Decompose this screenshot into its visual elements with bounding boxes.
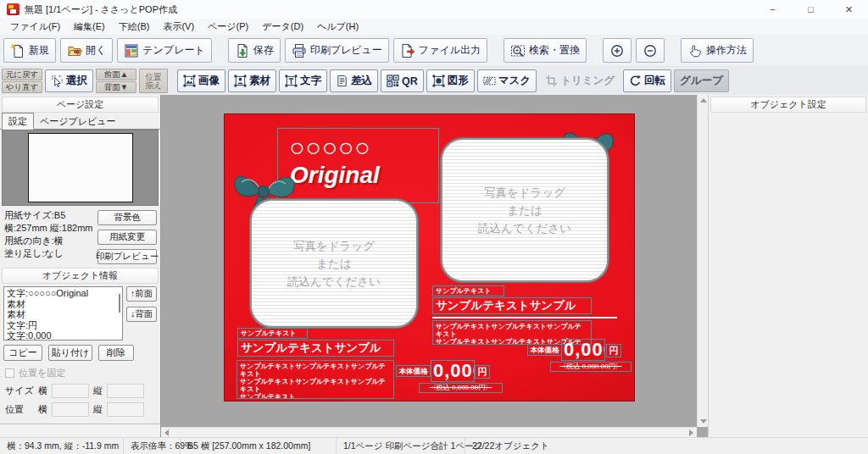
paper-bleed-text: 塗り足し:なし — [4, 247, 97, 260]
photo-placeholder-line: 写真をドラッグ — [484, 184, 565, 202]
paper-size-text: 用紙サイズ:B5 — [4, 209, 97, 222]
sample-label-right[interactable]: サンプルテキスト — [432, 285, 504, 296]
undo-redo-group: 元に戻す やり直す — [2, 69, 42, 93]
zoom-out-button[interactable] — [636, 38, 665, 63]
save-button[interactable]: 保存 — [228, 38, 281, 63]
object-list-item[interactable]: 素材 — [7, 309, 120, 320]
scroll-down-arrow[interactable] — [700, 419, 707, 424]
price-label-right[interactable]: 本体価格 — [527, 344, 562, 356]
window-title: 無題 [1/1ページ] - ささっとPOP作成 — [25, 3, 177, 16]
image-button[interactable]: 画像 — [177, 69, 225, 92]
photo-placeholder-line: 写真をドラッグ — [293, 237, 375, 255]
paper-dims-text: 横:257mm 縦:182mm — [4, 222, 97, 235]
redo-button[interactable]: やり直す — [2, 81, 42, 93]
maximize-button[interactable]: □ — [792, 0, 830, 19]
how-to-label: 操作方法 — [706, 43, 747, 58]
page-settings-tabs: 設定 ページプレビュー — [0, 114, 160, 130]
object-settings-header: オブジェクト設定 — [710, 97, 866, 113]
object-list-scrollbar[interactable] — [119, 294, 120, 313]
undo-button[interactable]: 元に戻す — [2, 69, 42, 80]
template-icon — [124, 43, 139, 58]
sample-label-left[interactable]: サンプルテキスト — [237, 328, 308, 339]
new-button[interactable]: 新規 — [3, 38, 56, 63]
menu-edit[interactable]: 編集(E) — [67, 19, 112, 35]
send-back-button[interactable]: 背面▼ — [96, 81, 136, 93]
shape-button[interactable]: 図形 — [426, 69, 475, 92]
object-list[interactable]: 文字:○○○○○Original 素材 素材 文字:円 文字:0,000 — [3, 286, 123, 340]
print-preview-label: 印刷プレビュー — [310, 43, 382, 58]
file-output-button[interactable]: ファイル出力 — [393, 38, 487, 63]
bg-color-button[interactable]: 背景色 — [97, 210, 157, 225]
text-button[interactable]: 文字 — [279, 69, 327, 92]
sample-paragraph-left[interactable]: サンプルテキストサンプルテキストサンプルテキスト サンプルテキストサンプルテキス… — [236, 360, 394, 399]
tax-note-right[interactable]: 〈税込 0,000.00円〉 — [550, 362, 632, 372]
tax-note-left[interactable]: 〈税込 0,000.00円〉 — [419, 383, 503, 393]
paper-orientation-text: 用紙の向き:横 — [4, 235, 97, 247]
menu-draft[interactable]: 下絵(B) — [112, 19, 157, 35]
menu-file[interactable]: ファイル(F) — [3, 19, 67, 35]
vertical-scrollbar[interactable] — [697, 95, 708, 427]
object-list-item[interactable]: 文字:○○○○○Original — [7, 288, 120, 299]
menu-help[interactable]: ヘルプ(H) — [310, 19, 365, 35]
rotate-button[interactable]: 回転 — [623, 69, 671, 92]
delete-button[interactable]: 削除 — [98, 345, 134, 361]
size-label: サイズ — [5, 385, 34, 397]
to-back-button[interactable]: ↓背面 — [126, 307, 157, 322]
to-front-button[interactable]: ↑前面 — [126, 286, 157, 302]
tab-page-preview[interactable]: ページプレビュー — [34, 114, 122, 129]
save-label: 保存 — [253, 43, 274, 58]
how-to-button[interactable]: 操作方法 — [681, 38, 754, 63]
edit-toolbar: 元に戻す やり直す 選択 前面▲ 背面▼ 位置 揃え 画像 素材 文字 — [0, 67, 868, 95]
close-button[interactable]: ✕ — [830, 0, 868, 19]
material-label: 素材 — [249, 74, 270, 88]
photo-placeholder-right[interactable]: 写真をドラッグ または 読込んでください — [441, 138, 609, 282]
object-list-item[interactable]: 素材 — [7, 299, 120, 310]
scroll-up-arrow[interactable] — [700, 98, 707, 102]
sample-title-right[interactable]: サンプルテキストサンプル — [432, 297, 592, 314]
photo-placeholder-line: 読込んでください — [287, 273, 381, 291]
new-file-icon — [10, 43, 25, 58]
price-value-right[interactable]: 0,000 — [561, 339, 605, 361]
template-label: テンプレート — [142, 43, 204, 58]
merge-document-icon — [336, 75, 348, 87]
clipboard-buttons: コピー 貼り付け 削除 — [0, 340, 160, 363]
horizontal-scrollbar[interactable] — [161, 427, 697, 437]
material-button[interactable]: 素材 — [228, 69, 276, 92]
logo-circles-text[interactable]: ○○○○○ — [289, 134, 370, 163]
tab-settings[interactable]: 設定 — [2, 113, 34, 130]
mask-button[interactable]: マスク — [477, 69, 537, 92]
zoom-in-button[interactable] — [603, 38, 632, 63]
menu-page[interactable]: ページ(P) — [201, 19, 255, 35]
photo-placeholder-left[interactable]: 写真をドラッグ または 読込んでください — [250, 199, 418, 328]
price-value-left[interactable]: 0,000 — [431, 360, 475, 382]
paste-button[interactable]: 貼り付け — [48, 345, 92, 361]
menu-data[interactable]: データ(D) — [255, 19, 310, 35]
scroll-left-arrow[interactable] — [164, 429, 169, 436]
open-button[interactable]: 開く — [60, 38, 113, 63]
scroll-right-arrow[interactable] — [689, 429, 693, 436]
price-label-left[interactable]: 本体価格 — [396, 365, 431, 377]
price-unit-left[interactable]: 円 — [475, 365, 490, 379]
object-list-item[interactable]: 文字:円 — [7, 320, 120, 331]
change-paper-button[interactable]: 用紙変更 — [97, 230, 157, 245]
trim-label: トリミング — [560, 74, 615, 88]
new-label: 新規 — [29, 43, 49, 58]
template-button[interactable]: テンプレート — [117, 38, 211, 63]
open-label: 開く — [86, 43, 106, 58]
copy-button[interactable]: コピー — [3, 345, 42, 361]
bring-front-button[interactable]: 前面▲ — [96, 69, 136, 80]
menu-view[interactable]: 表示(V) — [156, 19, 201, 35]
minimize-button[interactable]: − — [754, 0, 792, 19]
select-button[interactable]: 選択 — [45, 69, 93, 92]
canvas-area[interactable]: ○○○○○ Original — [161, 95, 708, 437]
sample-title-left[interactable]: サンプルテキストサンプル — [237, 340, 394, 357]
merge-button[interactable]: 差込 — [330, 69, 378, 92]
search-replace-button[interactable]: 検索・置換 — [504, 38, 587, 63]
print-preview-button[interactable]: 印刷プレビュー — [285, 38, 389, 63]
mask-icon — [483, 75, 496, 87]
logo-original-text[interactable]: Original — [290, 162, 380, 189]
object-list-item[interactable]: 文字:0,000 — [7, 330, 120, 340]
qr-button[interactable]: QR — [381, 69, 424, 92]
price-unit-right[interactable]: 円 — [606, 344, 621, 357]
print-preview-side-button[interactable]: 印刷プレビュー — [97, 249, 157, 264]
